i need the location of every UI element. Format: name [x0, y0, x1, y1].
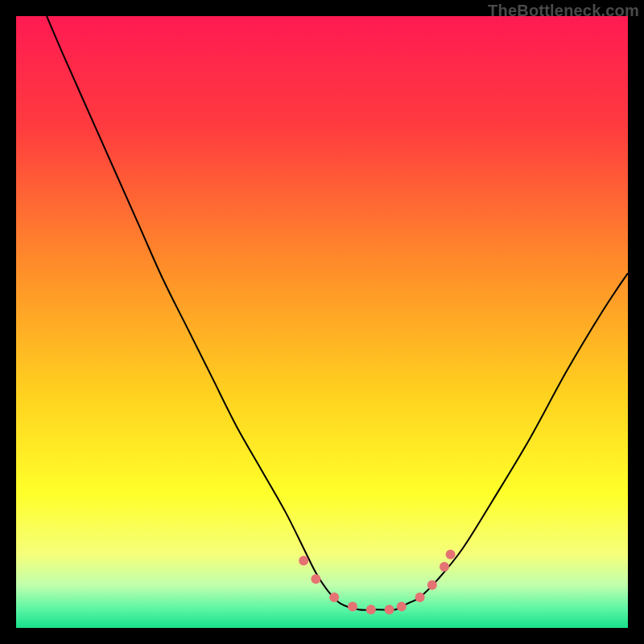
- highlight-point: [299, 555, 308, 565]
- highlight-point: [446, 550, 456, 559]
- chart-svg: [16, 16, 628, 628]
- chart-frame: [16, 16, 628, 628]
- highlight-point: [397, 601, 407, 611]
- highlight-point: [348, 601, 357, 611]
- highlight-point: [329, 592, 339, 602]
- gradient-background: [16, 16, 628, 628]
- highlight-point: [366, 605, 376, 614]
- highlight-point: [385, 605, 394, 614]
- highlight-point: [415, 592, 425, 602]
- highlight-point: [427, 580, 437, 590]
- highlight-point: [440, 562, 449, 572]
- attribution-text: TheBottleneck.com: [488, 2, 639, 20]
- highlight-point: [311, 574, 320, 584]
- chart-plot-area: [16, 16, 628, 628]
